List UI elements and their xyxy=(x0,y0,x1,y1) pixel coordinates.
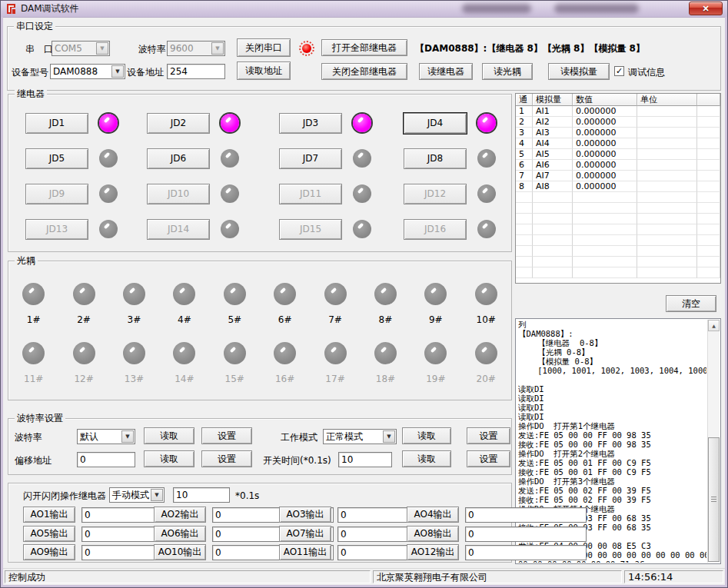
status-time: 14:56:14 xyxy=(624,570,723,583)
relay-button-10[interactable]: JD10 xyxy=(147,184,210,204)
com-port-select[interactable]: COM5 ▼ xyxy=(52,41,110,56)
work-mode-set-button[interactable]: 设置 xyxy=(467,427,510,444)
opto-channel: 8# xyxy=(374,283,397,325)
table-cell xyxy=(697,138,720,149)
table-row: 4AI40.000000 xyxy=(516,138,720,149)
table-cell: 0.000000 xyxy=(573,149,637,160)
relay-button-3[interactable]: JD3 xyxy=(279,113,342,134)
relay-button-9[interactable]: JD9 xyxy=(25,184,88,204)
switch-time-read-button[interactable]: 读取 xyxy=(402,450,451,467)
ao-output-button-10[interactable]: AO10输出 xyxy=(154,544,206,560)
ao-output-cell: AO5输出 xyxy=(23,526,146,542)
opto-led-icon xyxy=(22,283,45,305)
table-cell xyxy=(533,192,573,203)
relay-button-13[interactable]: JD13 xyxy=(25,219,88,240)
table-cell xyxy=(637,192,697,203)
scrollbar-up-button[interactable]: ▲ xyxy=(708,320,720,331)
analog-table-header-cell[interactable]: 模拟量 xyxy=(533,94,573,106)
table-row xyxy=(516,235,720,246)
offset-address-input[interactable] xyxy=(77,452,135,467)
device-model-label: 设备型号 xyxy=(12,67,48,78)
ao-output-button-12[interactable]: AO12输出 xyxy=(407,544,459,560)
baud-rate-label: 波特率 xyxy=(15,432,42,443)
table-cell xyxy=(637,267,697,278)
read-opto-button[interactable]: 读光耦 xyxy=(482,63,533,80)
analog-table-header-cell[interactable] xyxy=(697,94,720,106)
flash-mode-select[interactable]: 手动模式 ▼ xyxy=(109,487,165,503)
ao-output-button-5[interactable]: AO5输出 xyxy=(23,526,75,542)
relay-button-11[interactable]: JD11 xyxy=(279,184,342,204)
opto-channel: 9# xyxy=(424,283,447,325)
analog-table-header-cell[interactable]: 通 xyxy=(516,94,533,106)
ao-output-button-7[interactable]: AO7输出 xyxy=(279,526,331,542)
offset-read-button[interactable]: 读取 xyxy=(144,450,194,467)
ao-output-button-4[interactable]: AO4输出 xyxy=(407,507,459,523)
relay-button-2[interactable]: JD2 xyxy=(147,113,210,134)
ao-output-button-8[interactable]: AO8输出 xyxy=(407,526,459,542)
ao-output-button-2[interactable]: AO2输出 xyxy=(154,507,206,523)
relay-button-7[interactable]: JD7 xyxy=(279,148,342,169)
analog-table-header-cell[interactable]: 单位 xyxy=(637,94,697,106)
switch-time-set-button[interactable]: 设置 xyxy=(467,450,510,467)
baud-set-button[interactable]: 设置 xyxy=(201,427,252,444)
opto-led-icon xyxy=(324,342,347,364)
opto-led-icon xyxy=(274,283,296,305)
opto-channel: 2# xyxy=(73,283,95,325)
ao-output-input-8[interactable] xyxy=(465,527,587,542)
titlebar[interactable]: DAM调试软件 ✕ xyxy=(1,1,727,17)
relay-button-15[interactable]: JD15 xyxy=(279,219,342,240)
work-mode-select[interactable]: 正常模式 ▼ xyxy=(323,429,397,444)
ao-output-input-4[interactable] xyxy=(465,507,587,523)
ao-output-input-12[interactable] xyxy=(465,545,587,560)
relay-button-16[interactable]: JD16 xyxy=(404,219,467,240)
switch-time-input[interactable] xyxy=(338,452,392,467)
relay-led-icon xyxy=(99,114,118,132)
log-scrollbar[interactable]: ▲ xyxy=(707,320,720,563)
chevron-down-icon: ▼ xyxy=(111,65,124,78)
close-button[interactable]: ✕ xyxy=(689,2,723,15)
relay-button-14[interactable]: JD14 xyxy=(147,219,210,240)
ao-output-cell: AO7输出 xyxy=(279,526,390,542)
relay-led-icon xyxy=(353,114,371,132)
ao-output-button-3[interactable]: AO3输出 xyxy=(279,507,331,523)
opto-led-icon xyxy=(224,283,246,305)
chevron-down-icon: ▼ xyxy=(211,42,224,55)
table-cell xyxy=(697,214,720,224)
debug-info-checkbox[interactable]: ✓ xyxy=(614,66,624,76)
analog-table-header-cell[interactable]: 数值 xyxy=(573,94,637,106)
read-analog-button[interactable]: 读模拟量 xyxy=(548,63,610,80)
relay-button-8[interactable]: JD8 xyxy=(404,148,467,169)
device-address-input[interactable] xyxy=(167,64,225,79)
opto-channel: 11# xyxy=(22,342,45,384)
status-bar: 控制成功 北京聚英翱翔电子有限公司 14:56:14 xyxy=(3,568,725,585)
ao-output-button-1[interactable]: AO1输出 xyxy=(23,507,75,523)
close-all-relays-button[interactable]: 关闭全部继电器 xyxy=(321,63,407,80)
offset-set-button[interactable]: 设置 xyxy=(201,450,252,467)
flash-operation-label: 闪开闪闭操作继电器 xyxy=(23,490,106,501)
open-all-relays-button[interactable]: 打开全部继电器 xyxy=(321,39,407,56)
read-relays-button[interactable]: 读继电器 xyxy=(419,63,473,80)
relay-button-12[interactable]: JD12 xyxy=(404,184,467,204)
table-cell xyxy=(697,267,720,278)
offset-address-label: 偏移地址 xyxy=(15,455,52,466)
close-serial-button[interactable]: 关闭串口 xyxy=(237,38,291,57)
relay-button-5[interactable]: JD5 xyxy=(25,148,88,169)
flash-time-input[interactable] xyxy=(173,487,230,503)
baud-select[interactable]: 9600 ▼ xyxy=(167,41,225,56)
opto-channel: 1# xyxy=(22,283,45,325)
scrollbar-thumb[interactable] xyxy=(708,437,720,562)
ao-output-button-11[interactable]: AO11输出 xyxy=(279,544,331,560)
work-mode-read-button[interactable]: 读取 xyxy=(402,427,451,444)
relay-button-4[interactable]: JD4 xyxy=(404,113,467,134)
relay-button-6[interactable]: JD6 xyxy=(147,148,210,169)
baud-rate-select[interactable]: 默认 ▼ xyxy=(77,429,135,444)
device-model-select[interactable]: DAM0888 ▼ xyxy=(50,64,125,79)
relay-led-icon xyxy=(221,149,239,168)
baud-read-button[interactable]: 读取 xyxy=(144,427,194,444)
relay-button-1[interactable]: JD1 xyxy=(25,113,88,134)
ao-output-button-6[interactable]: AO6输出 xyxy=(154,526,206,542)
ao-output-button-9[interactable]: AO9输出 xyxy=(23,544,75,560)
clear-log-button[interactable]: 清空 xyxy=(666,295,716,312)
read-address-button[interactable]: 读取地址 xyxy=(237,61,291,80)
opto-led-icon xyxy=(424,283,447,305)
